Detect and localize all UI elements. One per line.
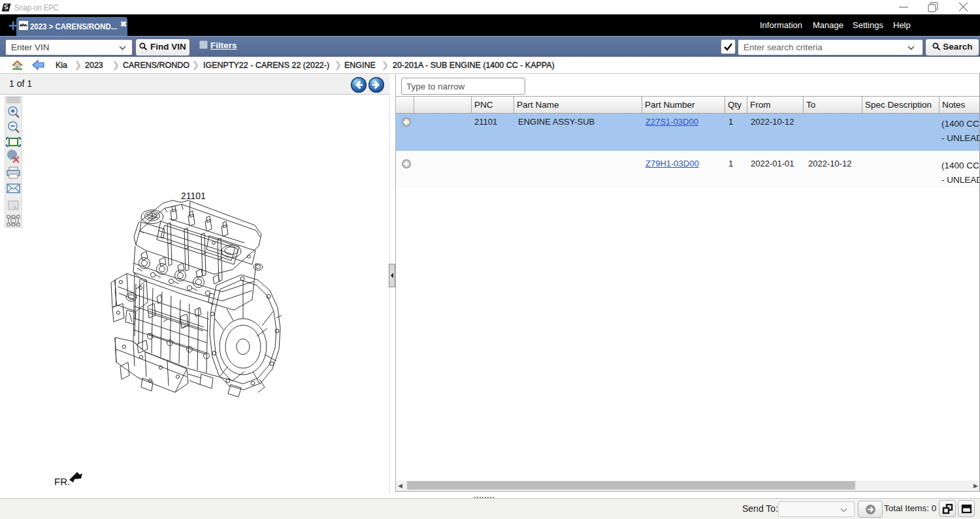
svg-text:21101: 21101 (181, 191, 206, 201)
